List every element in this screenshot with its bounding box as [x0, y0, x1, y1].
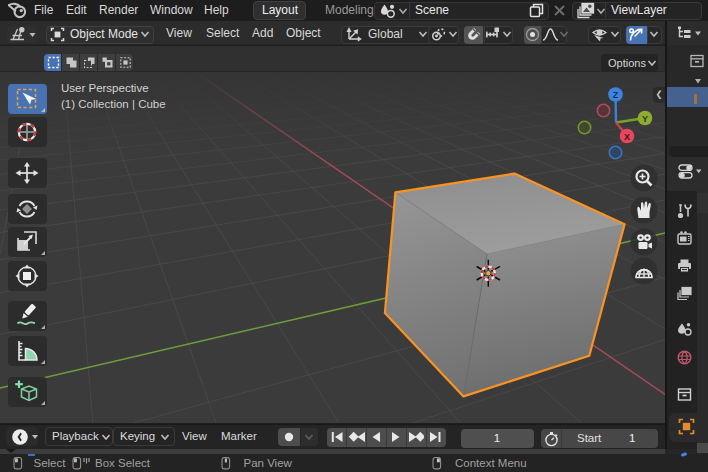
- svg-text:Y: Y: [642, 114, 648, 124]
- svg-text:X: X: [624, 132, 630, 142]
- svg-text:Z: Z: [613, 90, 619, 100]
